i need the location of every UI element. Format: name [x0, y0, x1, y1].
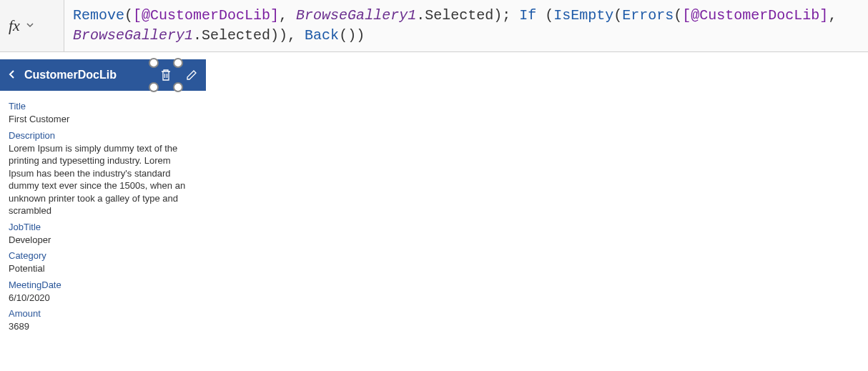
page-title: CustomerDocLib [24, 69, 159, 81]
field-label-title: Title [9, 101, 197, 112]
field-value-title: First Customer [9, 113, 197, 126]
resize-handle[interactable] [173, 58, 183, 68]
trash-icon[interactable] [159, 68, 173, 82]
detail-form: Title First Customer Description Lorem I… [0, 91, 206, 337]
field-value-amount: 3689 [9, 320, 197, 333]
field-label-amount: Amount [9, 308, 197, 319]
app-preview: CustomerDocLib [0, 59, 206, 337]
field-value-description: Lorem Ipsum is simply dummy text of the … [9, 142, 197, 217]
field-value-category: Potential [9, 262, 197, 275]
resize-handle[interactable] [149, 58, 159, 68]
canvas-area: CustomerDocLib [0, 52, 868, 337]
field-label-category: Category [9, 250, 197, 261]
edit-icon[interactable] [184, 68, 199, 82]
field-label-description: Description [9, 130, 197, 141]
formula-bar: fx Remove([@CustomerDocLib], BrowseGalle… [0, 0, 868, 52]
chevron-down-icon[interactable] [26, 19, 34, 32]
field-label-jobtitle: JobTitle [9, 222, 197, 232]
header-actions [159, 68, 199, 82]
resize-handle[interactable] [173, 82, 183, 92]
field-label-meetingdate: MeetingDate [9, 280, 197, 290]
app-header: CustomerDocLib [0, 59, 206, 91]
fx-label[interactable]: fx [0, 0, 64, 51]
field-value-meetingdate: 6/10/2020 [9, 292, 197, 305]
back-icon[interactable] [7, 68, 17, 83]
field-value-jobtitle: Developer [9, 234, 197, 247]
fx-symbol: fx [9, 16, 20, 35]
resize-handle[interactable] [149, 82, 159, 92]
formula-input[interactable]: Remove([@CustomerDocLib], BrowseGallery1… [64, 0, 868, 51]
